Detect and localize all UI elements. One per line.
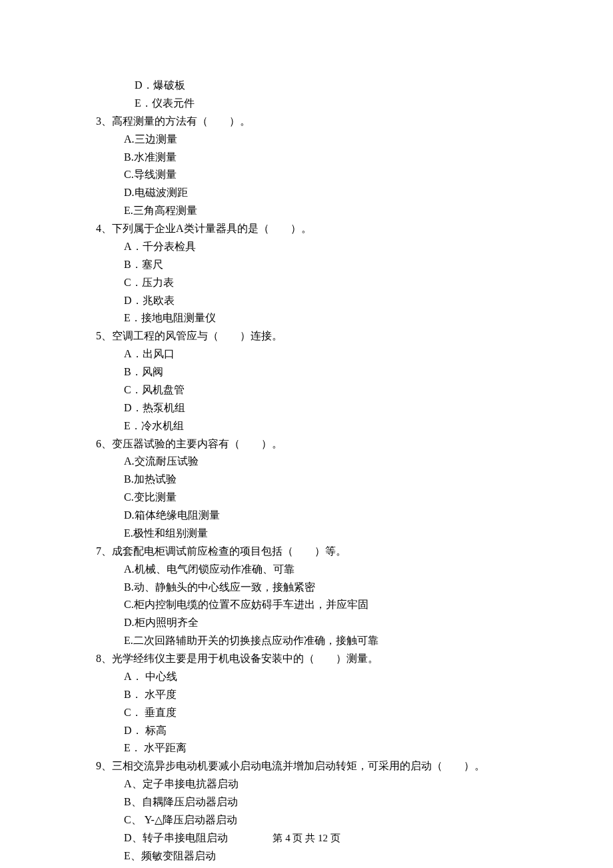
q6-option-d: D.箱体绝缘电阻测量: [96, 507, 517, 525]
q4-option-a: A．千分表检具: [96, 238, 517, 256]
q4-option-b: B．塞尺: [96, 256, 517, 274]
q3-stem: 3、高程测量的方法有（ ）。: [96, 113, 517, 131]
q9-option-c: C、 Y-△降压启动器启动: [96, 811, 517, 829]
q4-stem: 4、下列属于企业A类计量器具的是（ ）。: [96, 220, 517, 238]
q4-option-c: C．压力表: [96, 274, 517, 292]
q8-option-e: E． 水平距离: [96, 739, 517, 757]
q3-option-d: D.电磁波测距: [96, 184, 517, 202]
q3-option-a: A.三边测量: [96, 131, 517, 149]
q9-option-e: E、频敏变阻器启动: [96, 847, 517, 865]
q7-option-a: A.机械、电气闭锁应动作准确、可靠: [96, 561, 517, 579]
page-footer: 第 4 页 共 12 页: [0, 832, 613, 845]
page-content: D．爆破板 E．仪表元件 3、高程测量的方法有（ ）。 A.三边测量 B.水准测…: [0, 0, 613, 865]
q5-option-b: B．风阀: [96, 363, 517, 381]
q7-option-e: E.二次回路辅助开关的切换接点应动作准确，接触可靠: [96, 632, 517, 650]
q8-stem: 8、光学经纬仪主要是用于机电设备安装中的（ ）测量。: [96, 650, 517, 668]
q5-option-d: D．热泵机组: [96, 399, 517, 417]
q7-stem: 7、成套配电柜调试前应检查的项目包括（ ）等。: [96, 543, 517, 561]
q5-option-e: E．冷水机组: [96, 417, 517, 435]
q5-option-c: C．风机盘管: [96, 381, 517, 399]
q3-option-e: E.三角高程测量: [96, 202, 517, 220]
q3-option-c: C.导线测量: [96, 166, 517, 184]
q4-option-e: E．接地电阻测量仪: [96, 309, 517, 327]
q5-stem: 5、空调工程的风管应与（ ）连接。: [96, 327, 517, 345]
q4-option-d: D．兆欧表: [96, 292, 517, 310]
q6-option-b: B.加热试验: [96, 471, 517, 489]
q6-option-a: A.交流耐压试验: [96, 453, 517, 471]
q7-option-d: D.柜内照明齐全: [96, 614, 517, 632]
q7-option-b: B.动、静触头的中心线应一致，接触紧密: [96, 579, 517, 597]
q9-option-a: A、定子串接电抗器启动: [96, 775, 517, 793]
q6-stem: 6、变压器试验的主要内容有（ ）。: [96, 435, 517, 453]
q2-option-e: E．仪表元件: [96, 95, 517, 113]
q9-stem: 9、三相交流异步电动机要减小启动电流并增加启动转矩，可采用的启动（ ）。: [96, 757, 517, 775]
q8-option-a: A． 中心线: [96, 668, 517, 686]
q9-option-b: B、自耦降压启动器启动: [96, 793, 517, 811]
q8-option-b: B． 水平度: [96, 686, 517, 704]
q6-option-e: E.极性和组别测量: [96, 525, 517, 543]
q3-option-b: B.水准测量: [96, 149, 517, 167]
q7-option-c: C.柜内控制电缆的位置不应妨碍手车进出，并应牢固: [96, 596, 517, 614]
q8-option-d: D． 标高: [96, 722, 517, 740]
q2-option-d: D．爆破板: [96, 77, 517, 95]
q6-option-c: C.变比测量: [96, 489, 517, 507]
q5-option-a: A．出风口: [96, 345, 517, 363]
q8-option-c: C． 垂直度: [96, 704, 517, 722]
